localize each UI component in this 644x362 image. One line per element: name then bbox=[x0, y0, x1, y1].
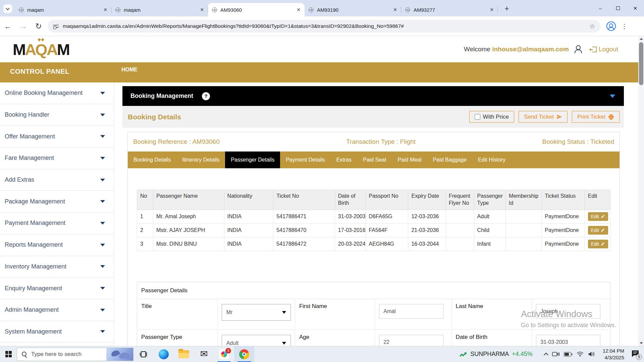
taskbar-clock[interactable]: 12:04 PM 4/3/2025 bbox=[603, 348, 624, 361]
with-price-toggle[interactable]: With Price bbox=[469, 111, 514, 123]
browser-tab-1[interactable]: maqam ✕ bbox=[15, 3, 111, 16]
sidebar-item-booking-handler[interactable]: Booking Handler bbox=[0, 104, 114, 126]
tab-itinerary-details[interactable]: Itinerary Details bbox=[176, 152, 225, 168]
tab-passenger-details[interactable]: Passenger Details bbox=[225, 152, 280, 168]
file-explorer-button[interactable] bbox=[174, 346, 194, 362]
page-title: Booking Details bbox=[128, 113, 181, 121]
slack-button[interactable]: 3 bbox=[214, 346, 234, 362]
scroll-up-arrow-icon[interactable] bbox=[638, 36, 644, 42]
tab-edit-history[interactable]: Edit History bbox=[472, 152, 511, 168]
clock-date: 4/3/2025 bbox=[603, 354, 624, 361]
first-name-field[interactable] bbox=[379, 304, 443, 319]
form-label-cell: Passenger Type bbox=[137, 330, 218, 346]
edit-passenger-button[interactable]: Edit bbox=[588, 240, 608, 248]
sidebar-item-admin-management[interactable]: Admin Management bbox=[0, 299, 114, 321]
tab-list-chevron-button[interactable] bbox=[3, 4, 12, 13]
battery-icon[interactable] bbox=[564, 352, 572, 357]
meet-camera-icon[interactable] bbox=[552, 351, 559, 357]
sidebar-item-payment-management[interactable]: Payment Management bbox=[0, 213, 114, 234]
url-text[interactable]: maqaamqa1admin.caxita.ca/en/AdminWeb/Rep… bbox=[63, 23, 404, 29]
sidebar-item-enquiry-management[interactable]: Enquiry Management bbox=[0, 278, 114, 299]
logout-button[interactable]: Logout bbox=[592, 46, 618, 53]
with-price-checkbox[interactable] bbox=[475, 114, 480, 120]
col-ticket-status: Ticket Status bbox=[542, 190, 585, 210]
site-info-icon[interactable] bbox=[53, 24, 59, 28]
forward-button[interactable]: → bbox=[15, 22, 31, 31]
print-ticket-button[interactable]: Print Ticket bbox=[572, 111, 620, 123]
passenger-table: No Passenger Name Nationality Ticket No … bbox=[137, 190, 610, 251]
tab-paid-meal[interactable]: Paid Meal bbox=[392, 152, 427, 168]
tab-payment-details[interactable]: Payment Details bbox=[280, 152, 331, 168]
close-window-button[interactable]: ✕ bbox=[627, 0, 644, 16]
age-field[interactable] bbox=[379, 335, 443, 346]
taskbar-search[interactable] bbox=[17, 348, 133, 361]
title-select[interactable]: Mr bbox=[222, 304, 291, 321]
col-date-of-birth: Date of Birth bbox=[335, 190, 366, 210]
tray-expand-icon[interactable] bbox=[544, 352, 548, 357]
sidebar-item-reports-management[interactable]: Reports Management bbox=[0, 234, 114, 256]
browser-tab-5[interactable]: AM93277 ✕ bbox=[401, 3, 498, 16]
browser-menu-icon[interactable]: ⋮ bbox=[621, 22, 628, 30]
sidebar-item-add-extras[interactable]: Add Extras bbox=[0, 169, 114, 191]
maximize-button[interactable] bbox=[609, 0, 627, 16]
passenger-type-select[interactable]: Adult bbox=[222, 335, 291, 346]
page-scrollbar[interactable] bbox=[638, 36, 644, 346]
browser-tab-2[interactable]: maqam ✕ bbox=[111, 3, 208, 16]
profile-avatar[interactable] bbox=[606, 21, 616, 31]
scrollbar-thumb[interactable] bbox=[639, 42, 643, 85]
cell-frequent-flyer bbox=[445, 237, 474, 251]
browser-tab-3-active[interactable]: AM93060 ✕ bbox=[208, 3, 305, 16]
help-icon[interactable]: ? bbox=[202, 92, 210, 100]
scroll-down-arrow-icon[interactable] bbox=[638, 341, 644, 346]
tab-paid-baggage[interactable]: Paid Baggage bbox=[427, 152, 473, 168]
volume-icon[interactable] bbox=[588, 351, 595, 357]
user-profile-icon[interactable] bbox=[574, 45, 582, 53]
globe-favicon-icon bbox=[212, 7, 217, 12]
tab-booking-details[interactable]: Booking Details bbox=[128, 152, 176, 168]
search-icon bbox=[22, 352, 27, 357]
date-of-birth-field[interactable] bbox=[536, 335, 600, 346]
logout-icon bbox=[592, 47, 597, 52]
bookmark-star-icon[interactable]: ☆ bbox=[589, 22, 595, 30]
tab-paid-seat[interactable]: Paid Seat bbox=[357, 152, 392, 168]
sidebar-item-package-management[interactable]: Package Management bbox=[0, 191, 114, 213]
new-tab-button[interactable]: + bbox=[502, 4, 512, 14]
back-button[interactable]: ← bbox=[0, 22, 15, 31]
address-bar[interactable]: maqaamqa1admin.caxita.ca/en/AdminWeb/Rep… bbox=[48, 20, 600, 33]
close-tab-icon[interactable]: ✕ bbox=[200, 7, 204, 12]
browser-tab-4[interactable]: AM93190 ✕ bbox=[305, 3, 401, 16]
site-header: M A Q A M Welcome inhouse@almaqaam.com L… bbox=[0, 36, 638, 62]
stock-widget[interactable]: SUNPHARMA +4.45% bbox=[459, 350, 533, 358]
nav-home-link[interactable]: HOME bbox=[121, 67, 138, 73]
sidebar-item-system-management[interactable]: System Management bbox=[0, 321, 114, 343]
cell-membership bbox=[506, 223, 542, 237]
search-daily-image[interactable] bbox=[106, 348, 133, 361]
tab-extras[interactable]: Extras bbox=[331, 152, 357, 168]
sidebar-item-fare-management[interactable]: Fare Management bbox=[0, 147, 114, 169]
maqam-logo[interactable]: M A Q A M bbox=[13, 42, 69, 57]
send-ticket-button[interactable]: Send Ticket bbox=[519, 111, 568, 123]
wifi-icon[interactable] bbox=[577, 351, 584, 357]
task-view-button[interactable] bbox=[133, 346, 154, 362]
sidebar-item-inventory-management[interactable]: Inventory Management bbox=[0, 256, 114, 278]
close-tab-icon[interactable]: ✕ bbox=[490, 7, 494, 12]
chrome-button[interactable] bbox=[234, 346, 254, 362]
close-tab-icon[interactable]: ✕ bbox=[297, 7, 301, 12]
edit-passenger-button[interactable]: Edit bbox=[588, 226, 608, 235]
cell-name: Mr. Amal Joseph bbox=[153, 209, 224, 223]
refresh-button[interactable]: ↻ bbox=[31, 22, 46, 31]
minimize-button[interactable]: – bbox=[592, 0, 609, 16]
collapse-caret-icon[interactable] bbox=[610, 95, 615, 98]
notification-center-button[interactable]: 9 bbox=[631, 350, 639, 359]
edge-taskbar-button[interactable] bbox=[154, 346, 174, 362]
mail-icon: ✉ bbox=[200, 350, 208, 359]
last-name-field[interactable] bbox=[536, 304, 600, 319]
chevron-down-icon bbox=[100, 200, 105, 203]
close-tab-icon[interactable]: ✕ bbox=[393, 7, 397, 12]
sidebar-item-online-booking-management[interactable]: Online Booking Management bbox=[0, 82, 114, 104]
sidebar-item-offer-management[interactable]: Offer Management bbox=[0, 126, 114, 147]
edit-passenger-button[interactable]: Edit bbox=[588, 212, 608, 221]
start-button[interactable] bbox=[0, 346, 17, 362]
mail-button[interactable]: ✉ bbox=[194, 346, 214, 362]
close-tab-icon[interactable]: ✕ bbox=[103, 7, 107, 12]
